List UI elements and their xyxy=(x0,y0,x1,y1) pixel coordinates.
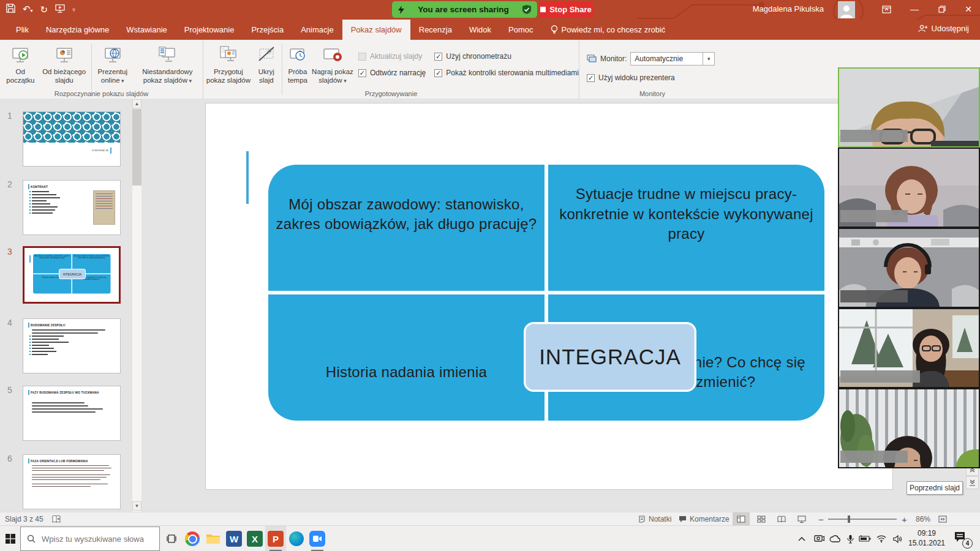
record-slideshow-button[interactable]: Nagraj pokaz slajdów xyxy=(312,43,353,85)
zoom-in-button[interactable]: + xyxy=(902,512,907,526)
accent-bar xyxy=(29,255,31,263)
participant-video-5[interactable] xyxy=(838,388,980,468)
clock-time: 09:19 xyxy=(918,529,936,539)
restore-button[interactable] xyxy=(932,0,952,18)
tray-volume-icon[interactable] xyxy=(889,526,905,551)
ribbon-display-options-button[interactable] xyxy=(876,0,897,18)
participant-video-2[interactable] xyxy=(838,148,980,228)
from-current-slide-button[interactable]: Od bieżącego slajdu xyxy=(39,43,90,85)
screen-globe-icon xyxy=(103,45,123,66)
normal-view-button[interactable] xyxy=(733,512,750,526)
edge-icon[interactable] xyxy=(286,526,307,551)
checkbox-presenter-view[interactable]: Użyj widoku prezentera xyxy=(587,73,715,82)
chrome-icon[interactable] xyxy=(182,526,203,551)
search-input[interactable] xyxy=(40,534,147,544)
tray-wifi-icon[interactable] xyxy=(873,526,889,551)
tab-projektowanie[interactable]: Projektowanie xyxy=(176,20,243,40)
share-button[interactable]: Udostępnij xyxy=(918,24,969,33)
excel-icon[interactable]: X xyxy=(244,526,265,551)
monitor-select[interactable]: Automatycznie ▾ xyxy=(630,52,715,66)
tab-wstawianie[interactable]: Wstawianie xyxy=(118,20,175,40)
participant-video-3[interactable] xyxy=(838,228,980,308)
zoom-level[interactable]: 86% xyxy=(916,512,930,526)
slide-thumbnail-6[interactable]: FAZA ORIENTACJI LUB FORMOWANIA xyxy=(23,454,121,509)
proofing-status-icon[interactable] xyxy=(52,512,61,526)
tab-widok[interactable]: Widok xyxy=(461,20,500,40)
tab-pokaz-slajdow[interactable]: Pokaz slajdów xyxy=(342,20,410,40)
tray-battery-icon[interactable] xyxy=(856,526,873,551)
minimize-button[interactable]: — xyxy=(904,0,925,18)
checkbox-show-media-controls[interactable]: Pokaż kontrolki sterowania multimediami xyxy=(434,69,579,77)
undo-icon[interactable]: ↶▾ xyxy=(23,2,33,18)
reading-view-button[interactable] xyxy=(773,512,790,526)
save-icon[interactable] xyxy=(6,2,15,17)
integracja-center-shape[interactable]: INTEGRACJA xyxy=(524,322,696,392)
slide-thumbnail-4[interactable]: BUDOWANIE ZESPOŁU xyxy=(23,318,121,373)
slide-thumbnail-5[interactable]: FAZY BUDOWANIA ZESPOŁU WG TUCKMANA xyxy=(23,386,121,441)
tab-przejscia[interactable]: Przejścia xyxy=(243,20,292,40)
next-slide-button[interactable] xyxy=(966,476,979,489)
tray-onedrive-icon[interactable] xyxy=(827,526,843,551)
start-slideshow-icon[interactable] xyxy=(55,2,65,17)
tray-microphone-icon[interactable] xyxy=(843,526,858,551)
group-setup: Przygotuj pokaz slajdów Ukryj slajd Prób… xyxy=(203,40,579,99)
slide-sorter-view-button[interactable] xyxy=(753,512,770,526)
checkbox-play-narrations[interactable]: Odtwórz narrację xyxy=(358,69,426,77)
from-beginning-button[interactable]: Od początku xyxy=(2,43,39,85)
custom-slideshow-button[interactable]: Niestandardowy pokaz slajdów xyxy=(132,43,203,85)
slideshow-view-button[interactable] xyxy=(793,512,810,526)
hide-slide-button[interactable]: Ukryj slajd xyxy=(252,43,281,85)
fit-slide-to-window-button[interactable] xyxy=(938,512,947,526)
thumbnail-scroll-up-button[interactable]: ▲ xyxy=(132,99,141,108)
tab-pomoc[interactable]: Pomoc xyxy=(500,20,541,40)
stop-share-button[interactable]: Stop Share xyxy=(539,1,593,18)
start-button[interactable] xyxy=(0,526,20,551)
video-meeting-app-icon[interactable] xyxy=(307,526,328,551)
thumbnail-scroll-down-button[interactable]: ▼ xyxy=(132,501,141,511)
slide-thumbnail-1[interactable]: KOMUNIKACJA xyxy=(23,111,121,167)
quadrant-top-right[interactable]: Sytuacje trudne w miejscu pracy-konkretn… xyxy=(548,165,824,291)
slide-thumbnail-2[interactable]: KONTRAKT xyxy=(23,180,121,235)
account-user-name[interactable]: Magdalena Pikulska xyxy=(753,4,824,13)
redo-icon[interactable]: ↻ xyxy=(40,2,48,17)
tab-animacje[interactable]: Animacje xyxy=(292,20,342,40)
setup-slideshow-button[interactable]: Przygotuj pokaz slajdów xyxy=(205,43,252,85)
checkbox-box xyxy=(358,69,366,77)
participant-video-4[interactable] xyxy=(838,308,980,388)
notes-toggle[interactable]: Notatki xyxy=(638,512,671,526)
powerpoint-icon[interactable]: P xyxy=(265,526,286,551)
zoom-slider-thumb[interactable] xyxy=(848,515,850,523)
tab-narzedzia-glowne[interactable]: Narzędzia główne xyxy=(37,20,118,40)
slide-thumbnail-3-selected[interactable]: Mój obszar zawodowy: stanowisko, zakres … xyxy=(23,246,121,304)
task-view-button[interactable] xyxy=(161,526,182,551)
taskbar-search-box[interactable] xyxy=(20,527,160,551)
checkbox-update-slides[interactable]: Aktualizuj slajdy xyxy=(358,52,426,61)
tab-plik[interactable]: Plik xyxy=(7,20,37,40)
tell-me-box[interactable]: Powiedz mi, co chcesz zrobić xyxy=(542,20,674,40)
customize-qat-icon[interactable]: ▿ xyxy=(72,2,75,17)
tray-screenshare-icon[interactable] xyxy=(811,526,827,551)
notification-center-icon[interactable]: 4 xyxy=(953,530,971,547)
tab-recenzja[interactable]: Recenzja xyxy=(410,20,461,40)
participant-video-1[interactable] xyxy=(838,67,980,148)
zoom-slider[interactable] xyxy=(828,512,897,526)
comments-toggle[interactable]: Komentarze xyxy=(679,512,729,526)
avatar[interactable] xyxy=(838,1,855,18)
zoom-out-button[interactable]: − xyxy=(818,512,824,526)
slide-canvas[interactable]: Mój obszar zawodowy: stanowisko, zakres … xyxy=(205,103,893,490)
accent-bar xyxy=(28,323,29,328)
present-online-button[interactable]: Prezentuj online xyxy=(93,43,132,85)
screen-list-icon xyxy=(157,45,177,66)
checkbox-use-timings[interactable]: Użyj chronometrażu xyxy=(434,52,579,61)
rehearse-timings-button[interactable]: Próba tempa xyxy=(284,43,312,85)
workspace: ▲ ▼ 1 KOMUNIKACJA 2 KONTRAKT xyxy=(0,99,980,512)
quadrant-bottom-left[interactable]: Historia nadania imienia xyxy=(268,294,545,421)
close-button[interactable]: ✕ xyxy=(958,0,979,18)
quadrant-top-left[interactable]: Mój obszar zawodowy: stanowisko, zakres … xyxy=(268,165,545,291)
thumbnail-scrollbar-thumb[interactable] xyxy=(132,109,141,186)
file-explorer-icon[interactable] xyxy=(203,526,224,551)
group-start-slideshow: Od początku Od bieżącego slajdu Prezentu… xyxy=(0,40,203,99)
taskbar-clock[interactable]: 09:19 15.01.2021 xyxy=(905,526,948,551)
word-icon[interactable]: W xyxy=(224,526,244,551)
tray-chevron-icon[interactable] xyxy=(794,526,810,551)
